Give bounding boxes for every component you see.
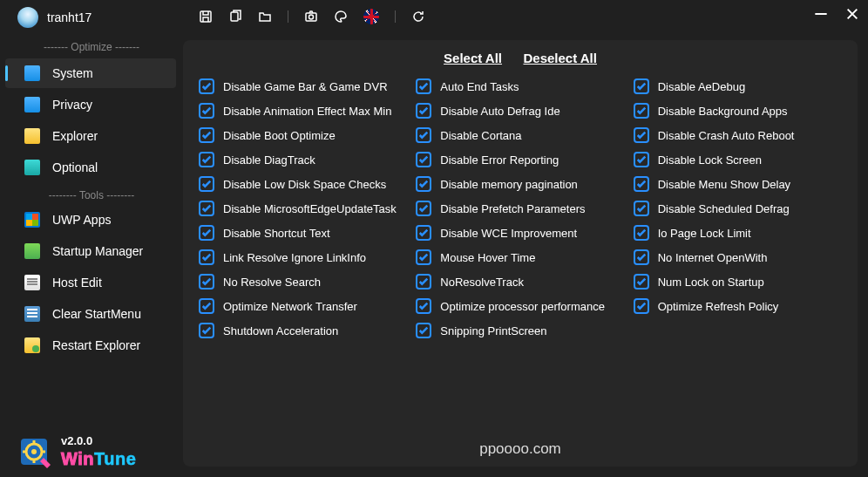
sidebar-item-hostedit[interactable]: Host Edit: [5, 268, 176, 297]
option-checkbox[interactable]: Disable Cortana: [416, 127, 624, 143]
minimize-button[interactable]: [814, 7, 828, 21]
option-checkbox[interactable]: Disable Lock Screen: [634, 152, 842, 167]
privacy-icon: [24, 97, 40, 112]
user-avatar[interactable]: [17, 7, 38, 28]
option-checkbox[interactable]: Disable Shortcut Text: [199, 225, 407, 241]
sidebar-label: Startup Manager: [52, 244, 143, 258]
option-checkbox[interactable]: Disable AeDebug: [634, 78, 842, 94]
option-label: Disable WCE Improvement: [440, 227, 577, 240]
option-checkbox[interactable]: Num Lock on Startup: [634, 274, 842, 290]
option-label: Disable DiagTrack: [223, 153, 315, 167]
option-checkbox[interactable]: Io Page Lock Limit: [634, 225, 842, 241]
option-checkbox[interactable]: Disable Crash Auto Reboot: [634, 127, 842, 143]
checkbox-icon: [199, 78, 214, 94]
sidebar-item-system[interactable]: System: [5, 58, 176, 88]
option-checkbox[interactable]: Auto End Tasks: [416, 78, 624, 94]
camera-icon[interactable]: [304, 10, 318, 24]
sidebar-item-privacy[interactable]: Privacy: [5, 90, 176, 119]
option-checkbox[interactable]: Disable memory pagination: [416, 176, 624, 192]
option-checkbox[interactable]: NoResolveTrack: [416, 274, 624, 290]
checkbox-icon: [416, 298, 431, 314]
startup-icon: [24, 243, 40, 259]
language-flag-icon[interactable]: [363, 9, 379, 24]
checkbox-icon: [416, 201, 431, 216]
uwp-icon: [24, 212, 40, 228]
titlebar: tranht17: [0, 0, 868, 35]
option-label: No Resolve Search: [223, 276, 321, 289]
option-label: NoResolveTrack: [440, 276, 524, 289]
sidebar-label: UWP Apps: [52, 213, 111, 227]
option-checkbox[interactable]: Disable MicrosoftEdgeUpdateTask: [199, 201, 407, 216]
deselect-all-button[interactable]: Deselect All: [523, 51, 597, 65]
svg-point-3: [309, 15, 314, 19]
checkbox-icon: [634, 274, 649, 290]
select-all-button[interactable]: Select All: [444, 51, 502, 65]
sidebar-label: System: [52, 66, 93, 80]
option-checkbox[interactable]: Link Resolve Ignore LinkInfo: [199, 249, 407, 265]
checkbox-icon: [416, 176, 431, 192]
option-label: Disable Low Disk Space Checks: [223, 178, 386, 191]
sidebar-label: Privacy: [52, 98, 92, 112]
option-label: Disable Game Bar & Game DVR: [223, 80, 388, 93]
checkbox-icon: [634, 201, 649, 216]
save-icon[interactable]: [199, 10, 213, 24]
checkbox-icon: [634, 176, 649, 192]
option-checkbox[interactable]: Optimize processor performance: [416, 298, 624, 314]
option-label: Disable Scheduled Defrag: [658, 202, 790, 215]
option-label: Mouse Hover Time: [440, 251, 535, 264]
sidebar-item-clearstart[interactable]: Clear StartMenu: [5, 299, 176, 329]
checkbox-icon: [634, 103, 649, 119]
option-checkbox[interactable]: Disable Error Reporting: [416, 152, 624, 167]
checkbox-icon: [416, 225, 431, 241]
option-checkbox[interactable]: Disable Prefetch Parameters: [416, 201, 624, 216]
checkbox-icon: [416, 127, 431, 143]
svg-rect-0: [200, 11, 211, 22]
option-label: Snipping PrintScreen: [440, 324, 546, 337]
option-label: Disable Prefetch Parameters: [440, 202, 585, 215]
divider: [288, 10, 288, 23]
refresh-icon[interactable]: [411, 10, 425, 24]
option-label: Disable Auto Defrag Ide: [440, 105, 559, 118]
divider: [395, 10, 396, 23]
folder-icon[interactable]: [258, 10, 272, 24]
palette-icon[interactable]: [334, 10, 348, 24]
checkbox-icon: [416, 78, 431, 94]
option-checkbox[interactable]: Disable Boot Optimize: [199, 127, 407, 143]
option-checkbox[interactable]: Disable Low Disk Space Checks: [199, 176, 407, 192]
option-checkbox[interactable]: No Internet OpenWith: [634, 249, 842, 265]
option-checkbox[interactable]: No Resolve Search: [199, 274, 407, 290]
option-checkbox[interactable]: Disable WCE Improvement: [416, 225, 624, 241]
option-checkbox[interactable]: Disable DiagTrack: [199, 152, 407, 167]
option-checkbox[interactable]: Disable Scheduled Defrag: [634, 201, 842, 216]
sidebar-item-optional[interactable]: Optional: [5, 153, 176, 182]
checkbox-icon: [199, 274, 214, 290]
option-label: Io Page Lock Limit: [658, 227, 751, 240]
option-label: Disable Error Reporting: [440, 153, 559, 167]
section-header-optimize: ------- Optimize -------: [0, 39, 183, 57]
option-checkbox[interactable]: Mouse Hover Time: [416, 249, 624, 265]
clear-icon: [24, 306, 40, 322]
checkbox-icon: [199, 323, 214, 338]
option-checkbox[interactable]: Disable Animation Effect Max Min: [199, 103, 407, 119]
host-icon: [24, 275, 40, 290]
checkbox-icon: [634, 249, 649, 265]
option-checkbox[interactable]: Disable Game Bar & Game DVR: [199, 78, 407, 94]
option-checkbox[interactable]: Shutdown Acceleration: [199, 323, 407, 338]
option-checkbox[interactable]: Disable Background Apps: [634, 103, 842, 119]
watermark: ppoooo.com: [479, 440, 561, 458]
checkbox-icon: [199, 225, 214, 241]
option-checkbox[interactable]: Disable Menu Show Delay: [634, 176, 842, 192]
option-checkbox[interactable]: Disable Auto Defrag Ide: [416, 103, 624, 119]
option-checkbox[interactable]: Snipping PrintScreen: [416, 323, 624, 338]
sidebar-item-startup[interactable]: Startup Manager: [5, 236, 176, 266]
sidebar-item-explorer[interactable]: Explorer: [5, 121, 176, 151]
sidebar-item-uwp[interactable]: UWP Apps: [5, 205, 176, 235]
checkbox-icon: [416, 103, 431, 119]
close-button[interactable]: [845, 7, 859, 21]
copy-icon[interactable]: [228, 10, 242, 24]
option-checkbox[interactable]: Optimize Network Transfer: [199, 298, 407, 314]
sidebar-item-restart[interactable]: Restart Explorer: [5, 330, 176, 360]
option-checkbox[interactable]: Optimize Refresh Policy: [634, 298, 842, 314]
content-panel: Select All Deselect All Disable Game Bar…: [183, 40, 858, 467]
checkbox-icon: [634, 152, 649, 167]
